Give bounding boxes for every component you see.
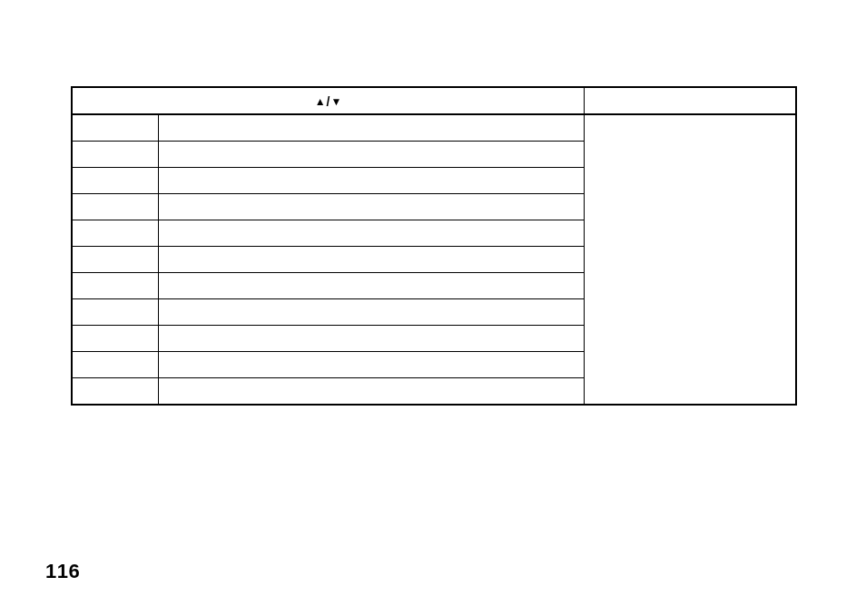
cell-c1: [72, 378, 159, 406]
cell-c2: [159, 168, 585, 194]
header-col-nav: ▲/▼: [72, 87, 585, 114]
cell-c1: [72, 220, 159, 247]
cell-c1: [72, 194, 159, 220]
table-header-row: ▲/▼: [72, 87, 796, 114]
triangle-down-icon: ▼: [330, 96, 341, 107]
cell-c2: [159, 273, 585, 299]
cell-c1: [72, 273, 159, 299]
table-body: [72, 114, 796, 405]
cell-c2: [159, 220, 585, 247]
cell-c1: [72, 352, 159, 378]
cell-c2: [159, 194, 585, 220]
cell-c2: [159, 247, 585, 273]
cell-c1: [72, 299, 159, 326]
up-down-icon-group: ▲/▼: [315, 94, 342, 108]
cell-c1: [72, 168, 159, 194]
page: ▲/▼: [0, 0, 866, 616]
cell-c2: [159, 378, 585, 406]
cell-c2: [159, 114, 585, 142]
cell-c1: [72, 247, 159, 273]
page-number: 116: [45, 560, 80, 583]
cell-c2: [159, 352, 585, 378]
cell-c2: [159, 326, 585, 352]
cell-c1: [72, 114, 159, 142]
table-container: ▲/▼: [71, 86, 797, 406]
triangle-up-icon: ▲: [315, 96, 326, 107]
settings-table: ▲/▼: [71, 86, 797, 406]
cell-c2: [159, 142, 585, 168]
cell-c2: [159, 299, 585, 326]
cell-c3-merged: [585, 114, 796, 405]
cell-c1: [72, 326, 159, 352]
header-col3: [585, 87, 796, 114]
cell-c1: [72, 142, 159, 168]
table-row: [72, 114, 796, 142]
